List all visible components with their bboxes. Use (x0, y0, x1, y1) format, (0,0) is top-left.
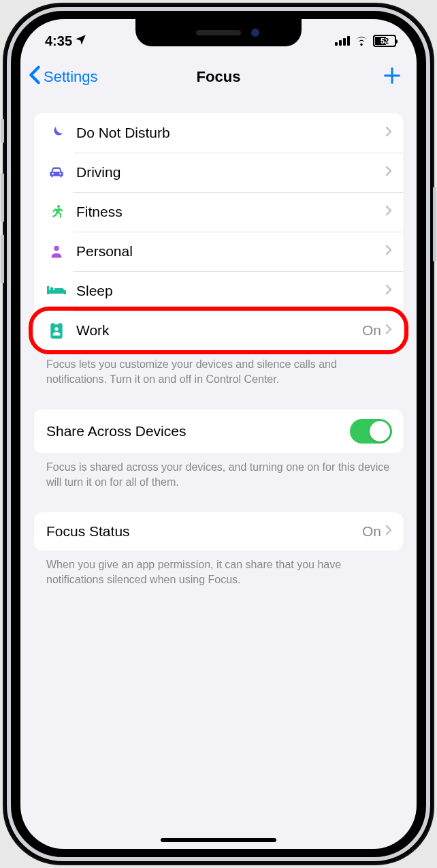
focus-footer: Focus lets you customize your devices an… (34, 350, 403, 386)
add-button[interactable] (383, 66, 402, 88)
status-time: 4:35 (45, 33, 72, 49)
focus-mode-label: Do Not Disturb (76, 125, 385, 141)
volume-down-button (1, 234, 4, 283)
badge-icon (46, 320, 67, 341)
chevron-right-icon (385, 245, 392, 258)
back-label: Settings (44, 68, 98, 86)
location-icon (75, 33, 87, 49)
focus-mode-row-personal[interactable]: Personal (34, 232, 403, 271)
focus-mode-row-work[interactable]: WorkOn (34, 311, 403, 350)
svg-rect-8 (47, 290, 66, 294)
svg-rect-2 (343, 38, 346, 46)
chevron-right-icon (385, 126, 392, 140)
home-indicator[interactable] (161, 838, 276, 842)
bed-icon (46, 281, 67, 301)
share-toggle[interactable] (350, 419, 392, 444)
share-across-devices-row[interactable]: Share Across Devices (34, 409, 403, 453)
focus-mode-label: Work (76, 322, 362, 339)
car-icon (46, 162, 67, 183)
focus-modes-section: Do Not DisturbDrivingFitnessPersonalSlee… (34, 113, 403, 350)
svg-rect-9 (47, 286, 49, 294)
svg-point-14 (54, 327, 58, 330)
focus-mode-label: Fitness (76, 204, 385, 220)
focus-mode-row-fitness[interactable]: Fitness (34, 192, 403, 232)
svg-rect-13 (54, 322, 59, 324)
focus-mode-row-do-not-disturb[interactable]: Do Not Disturb (34, 113, 403, 153)
focus-status-footer: When you give an app permission, it can … (34, 551, 403, 587)
chevron-right-icon (385, 324, 392, 337)
page-title: Focus (197, 68, 241, 86)
svg-rect-1 (339, 40, 342, 46)
focus-status-value: On (362, 523, 381, 540)
focus-status-row[interactable]: Focus Status On (34, 512, 403, 551)
share-label: Share Across Devices (46, 423, 350, 439)
focus-mode-label: Driving (76, 164, 385, 181)
focus-mode-row-driving[interactable]: Driving (34, 153, 403, 192)
chevron-right-icon (385, 166, 392, 179)
focus-mode-value: On (362, 322, 381, 339)
moon-icon (46, 123, 67, 143)
focus-status-section: Focus Status On (34, 512, 403, 551)
focus-mode-row-sleep[interactable]: Sleep (34, 271, 403, 311)
chevron-right-icon (385, 525, 392, 538)
share-section: Share Across Devices (34, 409, 403, 453)
focus-status-label: Focus Status (46, 523, 362, 540)
focus-mode-label: Personal (76, 243, 385, 260)
nav-bar: Settings Focus (20, 53, 417, 98)
screen: 4:35 (20, 19, 417, 849)
power-button (433, 187, 436, 262)
svg-rect-10 (64, 290, 66, 294)
chevron-right-icon (385, 205, 392, 219)
svg-point-6 (57, 205, 60, 208)
svg-point-7 (54, 246, 59, 251)
wifi-icon (354, 33, 369, 49)
runner-icon (46, 202, 67, 222)
svg-rect-0 (335, 42, 338, 46)
back-button[interactable]: Settings (29, 65, 98, 89)
svg-point-11 (50, 288, 54, 291)
chevron-right-icon (385, 284, 392, 298)
focus-mode-label: Sleep (76, 283, 385, 299)
person-icon (46, 241, 67, 262)
svg-rect-3 (347, 36, 350, 46)
share-footer: Focus is shared across your devices, and… (34, 453, 403, 489)
phone-frame: 4:35 (3, 3, 434, 865)
cellular-icon (335, 33, 350, 49)
chevron-left-icon (29, 65, 41, 89)
notch (135, 19, 302, 46)
volume-up-button (1, 173, 4, 222)
silence-switch (1, 119, 4, 143)
battery-icon: 52 (373, 35, 396, 47)
